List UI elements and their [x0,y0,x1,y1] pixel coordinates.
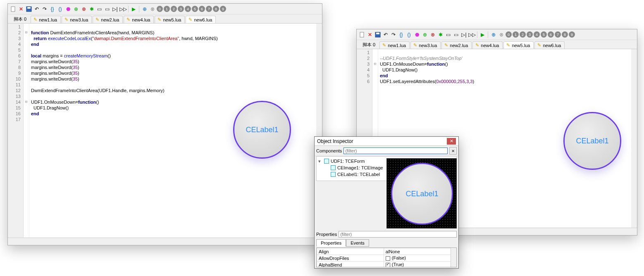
script-list-label[interactable]: 脚本 0 [359,41,379,49]
continue-icon[interactable]: ▷▷ [468,31,475,38]
blank-icon[interactable] [358,31,365,38]
component-icon [331,165,336,170]
tab-new5-lua[interactable]: ✎new5.lua [503,41,534,49]
bookmark-9[interactable]: 9 [569,31,575,38]
close-icon[interactable]: ✕ [366,31,373,38]
property-row[interactable]: AllowDropFiles(False) [317,255,456,262]
bookmark-2[interactable]: 2 [520,31,526,38]
tab-properties[interactable]: Properties [316,239,346,247]
step-into-icon[interactable]: ▭ [453,31,460,38]
bookmark-0[interactable]: 0 [506,31,512,38]
blank-icon[interactable] [10,5,17,12]
step-out-icon[interactable]: ▷| [112,5,119,12]
add-blue-icon[interactable]: ⊕ [490,31,497,38]
bookmark-2[interactable]: 2 [171,6,177,12]
undo-icon[interactable]: ↶ [382,31,389,38]
celabel-orb[interactable]: CELabel1 [391,163,453,225]
property-row[interactable]: AlphaBlend(True) [317,262,456,268]
bug-icon[interactable]: ✱ [437,31,444,38]
save-icon[interactable] [25,5,32,12]
property-row[interactable]: AlignalNone [317,248,456,255]
tab-new2-lua[interactable]: ✎new2.lua [441,41,472,49]
form-designer[interactable]: CELabel1 [386,158,457,228]
component-icon [324,159,329,164]
title-bar[interactable]: Object Inspector ✕ [315,137,458,146]
save-icon[interactable] [374,31,381,38]
celabel-orb[interactable]: CELabel1 [563,112,621,170]
tab-new4-lua[interactable]: ✎new4.lua [472,41,503,49]
tab-events[interactable]: Events [346,239,369,247]
tab-bar: 脚本 0 ✎new1.lua✎new3.lua✎new2.lua✎new4.lu… [8,14,322,24]
bookmark-4[interactable]: 4 [534,31,540,38]
clear-filter-icon[interactable]: ✕ [449,147,457,155]
bug-icon[interactable]: ✱ [88,5,95,12]
step-over-icon[interactable]: ▭ [445,31,452,38]
bracket-icon[interactable]: {} [49,5,56,12]
tab-new6-lua[interactable]: ✎new6.lua [186,16,216,23]
remove-red-icon[interactable]: ⊗ [429,31,436,38]
step-over-icon[interactable]: ▭ [96,5,103,12]
close-icon[interactable]: ✕ [17,5,24,12]
add-green-icon[interactable]: ⊕ [72,5,79,12]
paren-icon[interactable]: () [57,5,64,12]
bookmark-5[interactable]: 5 [541,31,547,38]
tab-new3-lua[interactable]: ✎new3.lua [62,16,92,23]
bookmark-4[interactable]: 4 [185,6,191,12]
tab-new5-lua[interactable]: ✎new5.lua [155,16,185,23]
marker-pink-icon[interactable]: ⬣ [64,5,72,12]
continue-icon[interactable]: ▷▷ [119,5,126,12]
tree-label: UDF1: TCEForm [331,159,365,164]
bookmark-1[interactable]: 1 [513,31,519,38]
bookmark-1[interactable]: 1 [164,6,170,12]
marker-pink-icon[interactable]: ⬣ [413,31,420,38]
undo-icon[interactable]: ↶ [33,5,40,12]
x-gray-icon[interactable]: ⊗ [498,31,505,38]
paren-icon[interactable]: () [405,31,413,38]
redo-icon[interactable]: ↷ [390,31,397,38]
add-blue-icon[interactable]: ⊕ [141,5,148,12]
bookmark-8[interactable]: 8 [213,6,219,12]
expand-arrow-icon[interactable]: ▾ [318,159,322,164]
bookmark-0[interactable]: 0 [157,6,163,12]
bracket-icon[interactable]: {} [398,31,405,38]
bookmark-9[interactable]: 9 [220,6,226,12]
script-list-label[interactable]: 脚本 0 [10,15,30,23]
tab-new1-lua[interactable]: ✎new1.lua [31,16,61,23]
step-out-icon[interactable]: ▷| [460,31,467,38]
tab-new6-lua[interactable]: ✎new6.lua [534,41,565,49]
bookmark-3[interactable]: 3 [527,31,533,38]
orb-text: CELabel1 [576,137,608,145]
properties-filter-input[interactable] [339,231,457,238]
property-grid[interactable]: AlignalNoneAllowDropFiles(False)AlphaBle… [316,247,457,267]
prop-value[interactable]: (True) [384,262,456,268]
checkbox[interactable] [386,263,390,267]
run-icon[interactable]: ▶ [130,5,137,12]
run-icon[interactable]: ▶ [479,31,486,38]
prop-value[interactable]: alNone [384,248,456,255]
prop-value[interactable]: (False) [384,255,456,262]
tab-new1-lua[interactable]: ✎new1.lua [379,41,410,49]
remove-red-icon[interactable]: ⊗ [80,5,87,12]
x-gray-icon[interactable]: ⊗ [149,5,156,12]
bookmark-3[interactable]: 3 [178,6,184,12]
scrollbar[interactable] [451,248,456,267]
components-filter-input[interactable] [343,148,448,154]
tab-new3-lua[interactable]: ✎new3.lua [410,41,441,49]
tab-new4-lua[interactable]: ✎new4.lua [124,16,154,23]
checkbox[interactable] [386,256,390,261]
bookmark-8[interactable]: 8 [562,31,568,38]
prop-name: AlphaBlend [317,262,384,268]
bookmark-6[interactable]: 6 [199,6,205,12]
close-icon[interactable]: ✕ [447,138,456,145]
bookmark-6[interactable]: 6 [548,31,554,38]
bookmark-7[interactable]: 7 [555,31,561,38]
bookmark-5[interactable]: 5 [192,6,198,12]
add-green-icon[interactable]: ⊕ [421,31,428,38]
celabel-orb[interactable]: CELabel1 [233,101,291,159]
bookmark-7[interactable]: 7 [206,6,212,12]
orb-text: CELabel1 [405,190,438,198]
redo-icon[interactable]: ↷ [41,5,48,12]
tab-new2-lua[interactable]: ✎new2.lua [93,16,123,23]
fold-column[interactable]: ⊟⊟ [24,24,29,245]
step-into-icon[interactable]: ▭ [104,5,111,12]
